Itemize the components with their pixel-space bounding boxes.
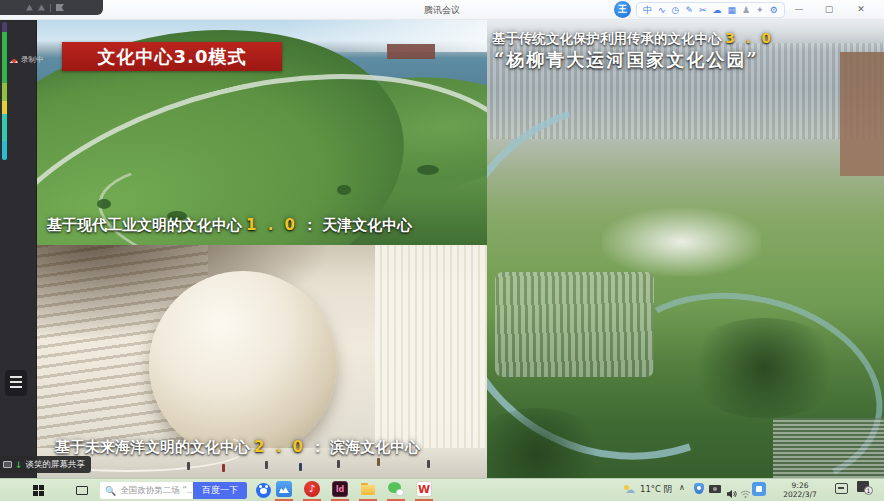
maximize-button[interactable]: ▢ xyxy=(816,0,842,19)
file-explorer-icon[interactable] xyxy=(360,481,376,497)
caption-3-line2: “杨柳青大运河国家文化公园” xyxy=(494,48,759,72)
meeting-titlebar: 腾讯会议 王 中 ∿ ◷ ✎ ✂ ☁ ▦ ♟ ✦ ⚙ — ▢ ✕ xyxy=(0,0,884,20)
titlebar-toolbar: 中 ∿ ◷ ✎ ✂ ☁ ▦ ♟ ✦ ⚙ xyxy=(636,2,785,18)
red-building xyxy=(387,44,435,59)
network-icon[interactable] xyxy=(740,484,751,501)
baidu-app-icon[interactable] xyxy=(256,483,271,498)
search-text: 全国政协第二场 “.. xyxy=(120,485,192,497)
cloud-icon[interactable]: ☁ xyxy=(713,3,722,17)
minimize-button[interactable]: — xyxy=(786,0,812,19)
share-status-label: 谈笑的屏幕共享 xyxy=(26,459,86,471)
voice-icon[interactable]: ∿ xyxy=(658,3,666,17)
settings-icon[interactable]: ⚙ xyxy=(770,3,778,17)
share-arrow-icon xyxy=(56,4,64,11)
translate-icon[interactable]: 中 xyxy=(643,3,652,17)
monitor-icon xyxy=(3,461,12,468)
wechat-icon[interactable] xyxy=(388,481,404,497)
weather-text[interactable]: 11°C 阴 xyxy=(640,484,672,496)
start-button[interactable] xyxy=(33,485,44,496)
scissors-icon[interactable]: ✂ xyxy=(699,3,707,17)
slide-banner: 文化中心3.0模式 xyxy=(62,42,282,71)
member-list-toggle[interactable] xyxy=(5,370,27,396)
floating-capture-bar[interactable] xyxy=(0,0,103,15)
clock-icon[interactable]: ◷ xyxy=(672,3,680,17)
screen-share-icon[interactable]: ▦ xyxy=(728,3,737,17)
user-avatar[interactable]: 王 xyxy=(614,1,631,18)
member-icon[interactable]: ♟ xyxy=(742,3,750,17)
taskbar-clock[interactable]: 9:26 2022/3/7 xyxy=(778,481,822,499)
caption-1: 基于现代工业文明的文化中心1 . 0： 天津文化中心 xyxy=(47,216,412,235)
notification-badge: 1 xyxy=(864,486,873,495)
caption-3: 基于传统文化保护利用传承的文化中心3 . 0 xyxy=(492,30,778,48)
wps-icon[interactable]: W xyxy=(416,481,432,497)
pencil-icon[interactable]: ✎ xyxy=(685,3,693,17)
triangle-icon xyxy=(38,5,45,11)
action-center-icon[interactable] xyxy=(835,483,848,494)
divider xyxy=(50,4,51,12)
desktop-screen: 腾讯会议 王 中 ∿ ◷ ✎ ✂ ☁ ▦ ♟ ✦ ⚙ — ▢ ✕ xyxy=(0,0,884,501)
triangle-icon xyxy=(26,5,33,11)
audio-level-meter xyxy=(2,22,7,160)
indesign-icon[interactable]: Id xyxy=(332,481,348,497)
screen-share-stage: 文化中心3.0模式 基于现代工业文明的文化中心1 . 0： 天津文化中心 基于未… xyxy=(0,20,884,478)
recording-indicator: ☁ 录制中 xyxy=(9,52,79,67)
close-button[interactable]: ✕ xyxy=(848,0,874,19)
search-icon: 🔍 xyxy=(105,486,116,496)
share-status-pill[interactable]: ↓ 谈笑的屏幕共享 xyxy=(0,456,91,473)
cloud-record-icon: ☁ xyxy=(9,55,18,65)
camera-tray-icon[interactable] xyxy=(709,485,721,493)
baidu-search-button[interactable]: 百度一下 xyxy=(193,482,247,499)
speaker-icon[interactable] xyxy=(726,484,737,501)
photo-yangliuqing-aerial xyxy=(487,20,884,478)
tray-expand-caret[interactable]: ∧ xyxy=(679,483,685,492)
baidu-netdisk-icon[interactable] xyxy=(276,481,292,497)
download-arrow-icon: ↓ xyxy=(15,460,23,470)
input-method-icon[interactable] xyxy=(752,482,766,496)
message-notification-icon[interactable]: 1 xyxy=(857,481,869,492)
netease-music-icon[interactable]: ♪ xyxy=(304,481,320,497)
theme-icon[interactable]: ✦ xyxy=(756,3,764,17)
caption-2: 基于未来海洋文明的文化中心2 . 0： 滨海文化中心 xyxy=(55,438,420,457)
task-view-button[interactable] xyxy=(76,486,88,495)
weather-cloud-icon[interactable]: ☁ xyxy=(625,484,635,495)
